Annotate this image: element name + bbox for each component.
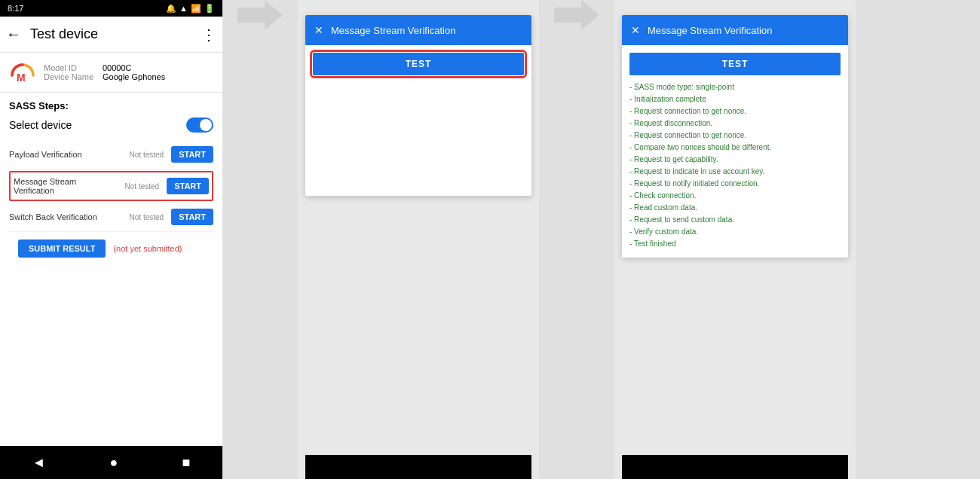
signal-icon: ▲ <box>179 4 188 13</box>
notification-icon: 🔔 <box>166 4 176 14</box>
status-icons: 🔔 ▲ 📶 🔋 <box>166 4 215 14</box>
select-device-row: Select device <box>9 117 213 133</box>
nav-home-button[interactable]: ● <box>110 455 118 471</box>
start-switch-back-button[interactable]: START <box>171 209 213 225</box>
sass-title: SASS Steps: <box>9 100 213 111</box>
dialog-2-body: TEST - SASS mode type: single-point- Ini… <box>622 45 848 258</box>
step-switch-back: Switch Back Verification Not tested STAR… <box>9 203 213 232</box>
status-time: 8:17 <box>8 4 23 13</box>
dialog-1-header: ✕ Message Stream Verification <box>305 15 531 45</box>
test-button-1[interactable]: TEST <box>313 53 524 75</box>
dialog-2-bottom-bar <box>622 455 848 479</box>
step-status-message-stream: Not tested <box>125 182 160 191</box>
model-id-label: Model ID <box>44 63 96 72</box>
log-line: - Request connection to get nonce. <box>629 130 841 142</box>
submit-row: SUBMIT RESULT (not yet submitted) <box>9 232 213 265</box>
status-bar: 8:17 🔔 ▲ 📶 🔋 <box>0 0 222 17</box>
nav-recent-button[interactable]: ■ <box>182 455 191 471</box>
log-line: - SASS mode type: single-point <box>629 81 841 93</box>
toggle-knob <box>200 119 212 131</box>
dialog-1: ✕ Message Stream Verification TEST <box>305 15 531 196</box>
log-line: - Check connection. <box>629 190 841 202</box>
dialog-2-close-button[interactable]: ✕ <box>631 24 640 36</box>
step-status-switch-back: Not tested <box>130 213 164 221</box>
dialog-2-wrapper: ✕ Message Stream Verification TEST - SAS… <box>614 0 856 479</box>
nav-back-button[interactable]: ◄ <box>32 455 46 471</box>
device-details: Model ID 00000C Device Name Google Gphon… <box>44 63 165 81</box>
sass-section: SASS Steps: Select device Payload Verifi… <box>0 93 222 446</box>
device-name-value: Google Gphones <box>103 72 165 81</box>
arrow-1-container <box>222 0 298 30</box>
battery-icon: 🔋 <box>204 4 215 14</box>
select-device-toggle[interactable] <box>186 117 213 133</box>
step-name-payload: Payload Verification <box>9 150 125 159</box>
dialog-2: ✕ Message Stream Verification TEST - SAS… <box>622 15 848 258</box>
arrow-2-container <box>539 0 614 30</box>
log-line: - Read custom data. <box>629 202 841 214</box>
device-name-label: Device Name <box>44 72 96 81</box>
select-device-label: Select device <box>9 119 72 131</box>
log-line: - Initialization complete <box>629 93 841 105</box>
dialog-2-title: Message Stream Verification <box>648 25 772 36</box>
arrow-2 <box>554 0 599 30</box>
test-button-2[interactable]: TEST <box>629 53 841 75</box>
log-line: - Compare two nonces should be different… <box>629 142 841 154</box>
log-line: - Request to get capability. <box>629 154 841 166</box>
log-line: - Request disconnection. <box>629 117 841 130</box>
log-line: - Request to notify initiated connection… <box>629 178 841 190</box>
log-line: - Request to send custom data. <box>629 214 841 226</box>
test-btn-2-row: TEST <box>629 53 841 75</box>
device-info: M Model ID 00000C Device Name Google Gph… <box>0 53 222 93</box>
device-logo: M <box>9 59 36 86</box>
dialog-1-body: TEST <box>305 45 531 196</box>
result-log: - SASS mode type: single-point- Initiali… <box>629 81 841 250</box>
app-title: Test device <box>30 26 201 42</box>
dialog-1-title: Message Stream Verification <box>331 25 455 36</box>
dialog-1-close-button[interactable]: ✕ <box>314 24 323 36</box>
step-name-switch-back: Switch Back Verification <box>9 212 125 221</box>
nav-bar: ◄ ● ■ <box>0 446 222 479</box>
more-menu-button[interactable]: ⋮ <box>201 26 216 44</box>
back-button[interactable]: ← <box>6 26 21 43</box>
step-payload-verification: Payload Verification Not tested START <box>9 140 213 169</box>
model-id-value: 00000C <box>103 63 132 72</box>
wifi-icon: 📶 <box>191 4 201 14</box>
submit-status: (not yet submitted) <box>113 244 182 253</box>
dialog-2-header: ✕ Message Stream Verification <box>622 15 848 45</box>
arrow-1 <box>237 0 283 30</box>
svg-text:M: M <box>17 72 26 84</box>
app-bar: ← Test device ⋮ <box>0 17 222 53</box>
log-line: - Request connection to get nonce. <box>629 105 841 117</box>
step-message-stream: Message StreamVerification Not tested ST… <box>9 171 213 201</box>
step-name-message-stream: Message StreamVerification <box>14 177 121 195</box>
test-btn-1-row: TEST <box>313 53 524 75</box>
log-line: - Request to indicate in use account key… <box>629 166 841 178</box>
start-message-stream-button[interactable]: START <box>167 178 209 194</box>
step-status-payload: Not tested <box>130 151 164 159</box>
phone-panel: 8:17 🔔 ▲ 📶 🔋 ← Test device ⋮ M <box>0 0 222 479</box>
phone-content: ← Test device ⋮ M Model ID 00000C Device… <box>0 17 222 446</box>
log-line: - Verify custom data. <box>629 226 841 238</box>
dialog-1-bottom-bar <box>305 455 531 479</box>
dialog-1-wrapper: ✕ Message Stream Verification TEST <box>298 0 539 479</box>
submit-result-button[interactable]: SUBMIT RESULT <box>18 240 106 258</box>
log-line: - Test finished <box>629 238 841 250</box>
start-payload-button[interactable]: START <box>171 146 213 163</box>
